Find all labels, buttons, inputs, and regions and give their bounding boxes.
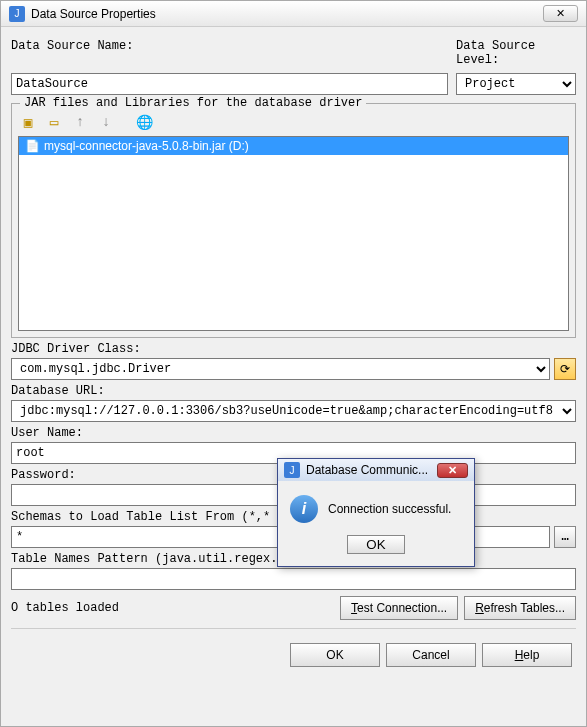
table-pattern-input[interactable] (11, 568, 576, 590)
tables-loaded-status: O tables loaded (11, 601, 119, 615)
db-url-label: Database URL: (11, 384, 576, 398)
modal-close-button[interactable]: ✕ (437, 463, 468, 478)
driver-class-label: JDBC Driver Class: (11, 342, 576, 356)
level-label: Data Source Level: (456, 39, 576, 67)
refresh-driver-button[interactable]: ⟳ (554, 358, 576, 380)
cancel-button[interactable]: Cancel (386, 643, 476, 667)
app-icon: J (284, 462, 300, 478)
jar-toolbar: ▣ ▭ ↑ ↓ 🌐 (18, 110, 569, 136)
info-icon: i (290, 495, 318, 523)
jar-file-icon: 📄 (25, 139, 40, 153)
modal-button-row: OK (278, 529, 474, 566)
window-close-button[interactable]: ✕ (543, 5, 578, 22)
up-icon[interactable]: ↑ (70, 112, 90, 132)
refresh-tables-button[interactable]: Refresh Tables... (464, 596, 576, 620)
data-source-name-input[interactable] (11, 73, 448, 95)
main-window: J Data Source Properties ✕ Data Source N… (0, 0, 587, 727)
content-area: Data Source Name: Data Source Level: Pro… (1, 27, 586, 677)
app-icon: J (9, 6, 25, 22)
jar-fieldset: JAR files and Libraries for the database… (11, 103, 576, 338)
jar-legend: JAR files and Libraries for the database… (20, 96, 366, 110)
modal-title-text: Database Communic... (306, 463, 428, 477)
modal-message: Connection successful. (328, 502, 451, 516)
modal-body: i Connection successful. (278, 481, 474, 529)
remove-icon[interactable]: ▭ (44, 112, 64, 132)
list-item[interactable]: 📄 mysql-connector-java-5.0.8-bin.jar (D:… (19, 137, 568, 155)
bottom-bar: OK Cancel Help (11, 637, 576, 669)
help-button[interactable]: Help (482, 643, 572, 667)
name-label: Data Source Name: (11, 39, 448, 53)
data-source-level-select[interactable]: Project (456, 73, 576, 95)
down-icon[interactable]: ↓ (96, 112, 116, 132)
username-label: User Name: (11, 426, 576, 440)
globe-icon[interactable]: 🌐 (134, 112, 154, 132)
ok-button[interactable]: OK (290, 643, 380, 667)
modal-titlebar: J Database Communic... ✕ (278, 459, 474, 481)
jar-listbox[interactable]: 📄 mysql-connector-java-5.0.8-bin.jar (D:… (18, 136, 569, 331)
modal-ok-button[interactable]: OK (347, 535, 404, 554)
window-title: Data Source Properties (31, 7, 156, 21)
schemas-browse-button[interactable]: … (554, 526, 576, 548)
modal-dialog: J Database Communic... ✕ i Connection su… (277, 458, 475, 567)
db-url-select[interactable]: jdbc:mysql://127.0.0.1:3306/sb3?useUnico… (11, 400, 576, 422)
test-connection-button[interactable]: Test Connection... (340, 596, 458, 620)
driver-class-select[interactable]: com.mysql.jdbc.Driver (11, 358, 550, 380)
separator (11, 628, 576, 629)
jar-item-label: mysql-connector-java-5.0.8-bin.jar (D:) (44, 139, 249, 153)
titlebar: J Data Source Properties ✕ (1, 1, 586, 27)
add-icon[interactable]: ▣ (18, 112, 38, 132)
